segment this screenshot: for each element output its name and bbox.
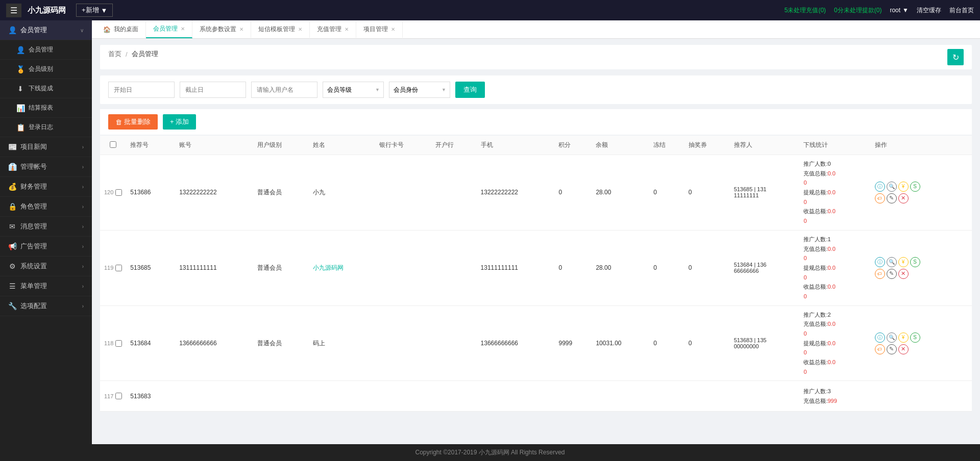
tab-member[interactable]: 会员管理 ✕ [146,20,192,38]
tab-settings[interactable]: 系统参数设置 ✕ [192,21,251,38]
row2-referral-no: 513685 [126,230,175,305]
tab-sms[interactable]: 短信模板管理 ✕ [251,21,310,38]
sidebar-item-member-level[interactable]: 🏅 会员级别 [0,60,92,79]
refresh-btn[interactable]: ↻ [947,49,964,65]
row3-tag-icon[interactable]: 🏷 [875,344,885,354]
tab-project[interactable]: 项目管理 ✕ [356,21,403,38]
row1-referrer: 513685 | 13111111111 [730,155,800,231]
row3-checkbox[interactable] [115,340,122,347]
row1-circle-s-icon[interactable]: S [910,182,920,192]
row1-search-icon[interactable]: 🔍 [887,182,897,192]
new-btn[interactable]: +新增 ▼ [76,4,113,17]
row1-delete-icon[interactable]: ✕ [898,193,909,203]
settings-tab-close[interactable]: ✕ [239,27,243,32]
row4-user-level [253,381,309,412]
sidebar-item-role-mgmt[interactable]: 🔒 角色管理 › [0,197,92,217]
row1-checkbox[interactable] [115,189,122,196]
row3-delete-icon[interactable]: ✕ [898,344,909,354]
row4-points [554,381,592,412]
row2-tag-icon[interactable]: 🏷 [875,269,885,279]
row3-check-cell: 118 [100,305,126,381]
th-ops: 操作 [871,136,972,155]
user-info[interactable]: root ▼ [890,7,909,14]
member-tab-close[interactable]: ✕ [181,26,185,32]
search-btn[interactable]: 查询 [455,82,485,98]
ad-icon: 📢 [8,242,16,250]
sidebar-arrow-member-mgmt: ∨ [80,28,84,33]
member-level-select[interactable]: 会员等级 [323,82,384,98]
row2-phone: 13111111111 [477,230,555,305]
row4-balance [592,381,649,412]
top-header: ☰ 小九源码网 +新增 ▼ 5未处理充值(0) 0分未处理提款(0) root … [0,0,980,20]
row3-edit-icon[interactable]: ✎ [887,344,897,354]
breadcrumb-home[interactable]: 首页 [108,49,121,59]
row2-edit-icon[interactable]: ✎ [887,269,897,279]
end-date-input[interactable] [180,82,246,98]
options-icon: 🔧 [8,302,16,310]
row2-money-icon[interactable]: ¥ [898,257,909,267]
sidebar-item-finance-mgmt[interactable]: 💰 财务管理 › [0,177,92,197]
row4-frozen [649,381,684,412]
row2-downstream: 推广人数:1 充值总额:0.0 0 提规总额:0.0 0 收益总额:0.0 0 [799,230,870,305]
sidebar-item-message-mgmt[interactable]: ✉ 消息管理 › [0,217,92,237]
row2-search-icon[interactable]: 🔍 [887,257,897,267]
row2-circle-s-icon[interactable]: S [910,257,920,267]
sidebar-item-accounting[interactable]: 📊 结算报表 [0,98,92,118]
row2-checkbox[interactable] [115,265,122,271]
member-tab-label: 会员管理 [153,24,178,33]
tab-home[interactable]: 🏠 我的桌面 [96,21,146,38]
row1-edit-icon[interactable]: ✎ [887,193,897,203]
username-input[interactable] [251,82,317,98]
add-btn[interactable]: + 添加 [163,114,196,130]
menu-icon: ☰ [8,282,16,290]
clear-cache-btn[interactable]: 清空缓存 [917,6,941,15]
sidebar-item-offline-withdraw[interactable]: ⬇ 下线提成 [0,79,92,98]
row1-money-icon[interactable]: ¥ [898,182,909,192]
member-status-select[interactable]: 会员身份 [389,82,450,98]
project-tab-close[interactable]: ✕ [391,27,395,32]
row4-name [309,381,375,412]
unread-recharge[interactable]: 5未处理充值(0) [785,6,826,15]
row2-delete-icon[interactable]: ✕ [898,269,909,279]
recharge-tab-label: 充值管理 [317,25,341,34]
message-icon: ✉ [8,222,16,231]
row2-info-icon[interactable]: ⓘ [875,257,885,267]
row1-info-icon[interactable]: ⓘ [875,182,885,192]
row1-tag-icon[interactable]: 🏷 [875,193,885,203]
row4-num: 117 [104,393,113,399]
sidebar-item-login-log[interactable]: 📋 登录日志 [0,118,92,137]
row1-phone: 13222222222 [477,155,555,231]
row3-ops: ⓘ 🔍 ¥ S 🏷 ✎ ✕ [871,305,972,381]
sms-tab-close[interactable]: ✕ [298,27,302,32]
sidebar-item-member-sub[interactable]: 👤 会员管理 [0,40,92,60]
front-page-btn[interactable]: 前台首页 [949,6,974,15]
row3-info-icon[interactable]: ⓘ [875,332,885,343]
row3-money-icon[interactable]: ¥ [898,332,909,343]
batch-delete-btn[interactable]: 🗑 批量删除 [108,114,158,130]
row1-name: 小九 [309,155,375,231]
row3-search-icon[interactable]: 🔍 [887,332,897,343]
header-actions: 5未处理充值(0) 0分未处理提款(0) root ▼ 清空缓存 前台首页 [785,6,974,15]
sidebar-arrow-finance-mgmt: › [82,184,84,190]
hamburger-btn[interactable]: ☰ [6,4,21,17]
row3-circle-s-icon[interactable]: S [910,332,920,343]
sidebar-arrow-message-mgmt: › [82,224,84,229]
unread-withdraw[interactable]: 0分未处理提款(0) [834,6,881,15]
row4-checkbox[interactable] [115,393,122,399]
sidebar-item-member-mgmt[interactable]: 👤 会员管理 ∨ [0,20,92,40]
row1-referral-no: 513686 [126,155,175,231]
th-balance: 余额 [592,136,649,155]
sidebar-item-options-config[interactable]: 🔧 选项配置 › [0,296,92,316]
recharge-tab-close[interactable]: ✕ [345,27,349,32]
tab-recharge[interactable]: 充值管理 ✕ [310,21,356,38]
sidebar-item-menu-mgmt[interactable]: ☰ 菜单管理 › [0,276,92,296]
accounting-icon: 📊 [16,104,24,112]
start-date-input[interactable] [108,82,175,98]
sidebar-item-sys-settings[interactable]: ⚙ 系统设置 › [0,257,92,276]
sidebar-item-project-news[interactable]: 📰 项目新闻 › [0,137,92,157]
sidebar-label-project-news: 项目新闻 [20,142,78,151]
sidebar-item-ad-mgmt[interactable]: 📢 广告管理 › [0,237,92,257]
sidebar-item-manage-account[interactable]: 👔 管理帐号 › [0,157,92,177]
row3-bank-card [375,305,431,381]
select-all-checkbox[interactable] [110,141,116,148]
